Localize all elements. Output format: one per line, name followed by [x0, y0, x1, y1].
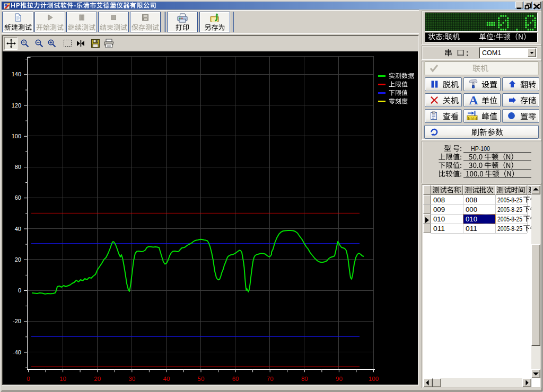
svg-text:A: A	[469, 94, 478, 105]
